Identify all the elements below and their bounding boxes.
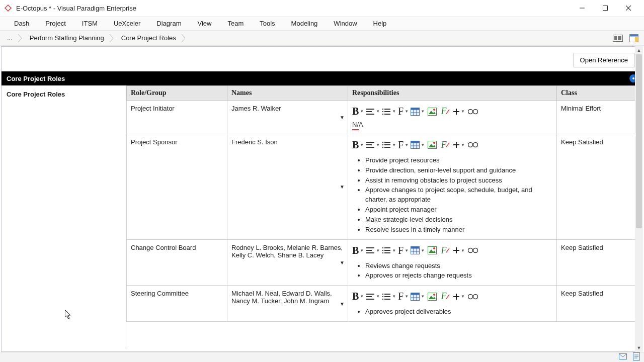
toolbar-panel-icon[interactable] <box>627 32 641 44</box>
menu-project[interactable]: Project <box>37 18 73 29</box>
align-button[interactable]: ▼ <box>366 247 380 254</box>
clear-format-button[interactable]: F <box>440 139 451 150</box>
col-responsibilities[interactable]: Responsibilities <box>348 86 557 101</box>
bold-button[interactable]: B▼ <box>352 106 364 117</box>
insert-table-button[interactable]: ▼ <box>411 141 425 149</box>
align-button[interactable]: ▼ <box>366 293 380 300</box>
svg-rect-8 <box>618 36 621 40</box>
content-frame: Open Reference Core Project Roles Core P… <box>1 46 643 352</box>
add-button[interactable]: ▼ <box>453 141 465 148</box>
list-item: Make strategic-level decisions <box>365 215 552 225</box>
sidebar-title: Core Project Roles <box>2 85 126 349</box>
bold-button[interactable]: B▼ <box>352 139 364 151</box>
scroll-up-icon[interactable]: ▲ <box>635 46 643 54</box>
dropdown-caret-icon[interactable] <box>340 184 345 190</box>
menu-view[interactable]: View <box>189 18 219 29</box>
cell-responsibilities[interactable]: B▼▼▼F▼▼F▼Reviews change requestsApproves… <box>348 239 557 286</box>
cell-role[interactable]: Project Sponsor <box>127 134 227 239</box>
add-button[interactable]: ▼ <box>453 108 465 115</box>
font-button[interactable]: F▼ <box>398 139 409 151</box>
insert-table-button[interactable]: ▼ <box>411 108 425 116</box>
cell-responsibilities[interactable]: B▼▼▼F▼▼F▼N/A <box>348 101 557 134</box>
add-button[interactable]: ▼ <box>453 247 465 254</box>
col-role[interactable]: Role/Group <box>127 86 227 101</box>
open-reference-button[interactable]: Open Reference <box>574 53 634 67</box>
list-button[interactable]: ▼ <box>382 293 396 300</box>
cell-role[interactable]: Project Initiator <box>127 101 227 134</box>
align-button[interactable]: ▼ <box>366 108 380 115</box>
bold-button[interactable]: B▼ <box>352 245 364 256</box>
cell-role[interactable]: Steering Committee <box>127 286 227 322</box>
breadcrumb-item[interactable]: ... <box>3 32 23 44</box>
toolbar-layout-icon[interactable] <box>611 32 625 44</box>
breadcrumb-item[interactable]: Core Project Roles <box>114 32 186 44</box>
font-button[interactable]: F▼ <box>398 245 409 256</box>
menu-diagram[interactable]: Diagram <box>148 18 189 29</box>
cell-responsibilities[interactable]: B▼▼▼F▼▼F▼Approves project deliverables <box>348 286 557 322</box>
insert-image-button[interactable] <box>427 291 438 302</box>
scrollbar-thumb[interactable] <box>636 54 642 228</box>
insert-image-button[interactable] <box>427 245 438 256</box>
cell-class[interactable]: Keep Satisfied <box>557 134 642 239</box>
font-button[interactable]: F▼ <box>398 106 409 117</box>
menu-window[interactable]: Window <box>326 18 365 29</box>
clear-format-button[interactable]: F <box>440 291 451 302</box>
vertical-scrollbar[interactable]: ▲ ▼ <box>635 46 643 352</box>
svg-point-33 <box>468 109 473 114</box>
menu-team[interactable]: Team <box>219 18 252 29</box>
clear-format-button[interactable]: F <box>440 245 451 256</box>
menu-modeling[interactable]: Modeling <box>283 18 326 29</box>
cell-class[interactable]: Keep Satisfied <box>557 239 642 286</box>
find-button[interactable] <box>467 245 479 256</box>
dropdown-caret-icon[interactable] <box>340 114 345 120</box>
note-icon[interactable] <box>633 352 640 362</box>
insert-table-button[interactable]: ▼ <box>411 246 425 254</box>
insert-table-button[interactable]: ▼ <box>411 293 425 301</box>
cell-class[interactable]: Keep Satisfied <box>557 286 642 322</box>
close-button[interactable] <box>617 0 640 17</box>
cell-names[interactable]: Michael M. Neal, Edward D. Walls, Nancy … <box>227 286 348 322</box>
list-button[interactable]: ▼ <box>382 108 396 115</box>
cell-names[interactable]: Frederic S. Ison <box>227 134 348 239</box>
list-item: Approve changes to project scope, schedu… <box>365 186 552 205</box>
find-button[interactable] <box>467 291 479 302</box>
bold-button[interactable]: B▼ <box>352 291 364 302</box>
insert-image-button[interactable] <box>427 106 438 117</box>
align-button[interactable]: ▼ <box>366 141 380 148</box>
dropdown-caret-icon[interactable] <box>340 301 345 306</box>
dropdown-caret-icon[interactable] <box>340 259 345 265</box>
cell-names[interactable]: Rodney L. Brooks, Melanie R. Barnes, Kel… <box>227 239 348 286</box>
cell-responsibilities[interactable]: B▼▼▼F▼▼F▼Provide project resourcesProvid… <box>348 134 557 239</box>
clear-format-button[interactable]: F <box>440 106 451 117</box>
scroll-down-icon[interactable]: ▼ <box>635 344 643 352</box>
svg-point-67 <box>382 252 383 253</box>
list-button[interactable]: ▼ <box>382 247 396 254</box>
font-button[interactable]: F▼ <box>398 291 409 302</box>
maximize-button[interactable] <box>594 0 617 17</box>
menu-uexceler[interactable]: UeXceler <box>106 18 148 29</box>
menu-itsm[interactable]: ITSM <box>74 18 106 29</box>
table-row: Project InitiatorJames R. WalkerB▼▼▼F▼▼F… <box>127 101 642 134</box>
svg-rect-23 <box>411 108 420 110</box>
menu-tools[interactable]: Tools <box>252 18 283 29</box>
breadcrumb-item[interactable]: Perform Staffing Planning <box>23 32 114 44</box>
insert-image-button[interactable] <box>427 139 438 150</box>
cell-names[interactable]: James R. Walker <box>227 101 348 134</box>
svg-point-57 <box>473 143 478 147</box>
menu-help[interactable]: Help <box>365 18 395 29</box>
minimize-button[interactable] <box>571 0 594 17</box>
richtext-toolbar: B▼▼▼F▼▼F▼ <box>352 105 552 120</box>
list-button[interactable]: ▼ <box>382 141 396 148</box>
menu-dash[interactable]: Dash <box>6 18 37 29</box>
col-class[interactable]: Class <box>557 86 642 101</box>
svg-rect-92 <box>411 293 420 295</box>
titlebar: E-Octopus * - Visual Paradigm Enterprise <box>0 0 644 17</box>
mail-icon[interactable] <box>619 353 627 361</box>
cell-class[interactable]: Minimal Effort <box>557 101 642 134</box>
cell-role[interactable]: Change Control Board <box>127 239 227 286</box>
add-button[interactable]: ▼ <box>453 293 465 300</box>
find-button[interactable] <box>467 139 479 150</box>
find-button[interactable] <box>467 106 479 117</box>
col-names[interactable]: Names <box>227 86 348 101</box>
list-item: Appoint project manager <box>365 205 552 215</box>
